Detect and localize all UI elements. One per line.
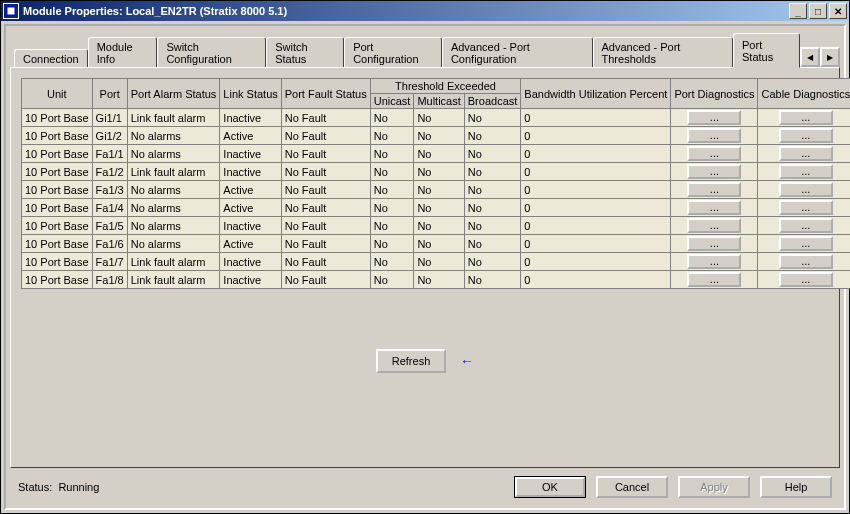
table-row: 10 Port BaseFa1/2Link fault alarmInactiv… bbox=[22, 163, 851, 181]
port-status-table: Unit Port Port Alarm Status Link Status … bbox=[21, 78, 850, 289]
tab-module-info[interactable]: Module Info bbox=[88, 37, 158, 68]
cable-diagnostics-button[interactable]: ... bbox=[779, 164, 833, 179]
port-diagnostics-button[interactable]: ... bbox=[687, 236, 741, 251]
close-button[interactable]: ✕ bbox=[829, 3, 847, 19]
footer: Status: Running OK Cancel Apply Help bbox=[10, 468, 840, 504]
port-diagnostics-button[interactable]: ... bbox=[687, 200, 741, 215]
port-diagnostics-button[interactable]: ... bbox=[687, 128, 741, 143]
refresh-row: Refresh ← bbox=[21, 349, 829, 373]
tab-advanced-port-configuration[interactable]: Advanced - Port Configuration bbox=[442, 37, 593, 68]
table-row: 10 Port BaseFa1/4No alarmsActiveNo Fault… bbox=[22, 199, 851, 217]
col-bandwidth: Bandwidth Utilization Percent bbox=[521, 79, 671, 109]
tab-scroll-right[interactable]: ▶ bbox=[820, 47, 840, 67]
port-diagnostics-button[interactable]: ... bbox=[687, 272, 741, 287]
table-row: 10 Port BaseFa1/3No alarmsActiveNo Fault… bbox=[22, 181, 851, 199]
port-diagnostics-button[interactable]: ... bbox=[687, 164, 741, 179]
col-port: Port bbox=[92, 79, 127, 109]
col-cable-diagnostics: Cable Diagnostics bbox=[758, 79, 850, 109]
tab-bar: ConnectionModule InfoSwitch Configuratio… bbox=[14, 32, 840, 67]
col-multicast: Multicast bbox=[414, 94, 464, 109]
tab-scroll-left[interactable]: ◀ bbox=[800, 47, 820, 67]
tab-switch-status[interactable]: Switch Status bbox=[266, 37, 344, 68]
app-icon bbox=[3, 3, 19, 19]
cable-diagnostics-button[interactable]: ... bbox=[779, 236, 833, 251]
cable-diagnostics-button[interactable]: ... bbox=[779, 182, 833, 197]
maximize-button[interactable]: □ bbox=[809, 3, 827, 19]
port-diagnostics-button[interactable]: ... bbox=[687, 218, 741, 233]
refresh-arrow-icon: ← bbox=[460, 353, 474, 369]
table-row: 10 Port BaseGi1/1Link fault alarmInactiv… bbox=[22, 109, 851, 127]
table-row: 10 Port BaseFa1/8Link fault alarmInactiv… bbox=[22, 271, 851, 289]
cable-diagnostics-button[interactable]: ... bbox=[779, 272, 833, 287]
tab-port-status[interactable]: Port Status bbox=[733, 33, 800, 68]
col-unit: Unit bbox=[22, 79, 93, 109]
table-row: 10 Port BaseFa1/6No alarmsActiveNo Fault… bbox=[22, 235, 851, 253]
table-row: 10 Port BaseFa1/5No alarmsInactiveNo Fau… bbox=[22, 217, 851, 235]
window-title: Module Properties: Local_EN2TR (Stratix … bbox=[23, 5, 789, 17]
refresh-button[interactable]: Refresh bbox=[376, 349, 446, 373]
cable-diagnostics-button[interactable]: ... bbox=[779, 200, 833, 215]
help-button[interactable]: Help bbox=[760, 476, 832, 498]
tab-port-configuration[interactable]: Port Configuration bbox=[344, 37, 442, 68]
col-threshold-exceeded: Threshold Exceeded bbox=[370, 79, 521, 94]
col-link-status: Link Status bbox=[220, 79, 281, 109]
apply-button: Apply bbox=[678, 476, 750, 498]
table-row: 10 Port BaseFa1/1No alarmsInactiveNo Fau… bbox=[22, 145, 851, 163]
ok-button[interactable]: OK bbox=[514, 476, 586, 498]
port-diagnostics-button[interactable]: ... bbox=[687, 110, 741, 125]
tab-page-port-status: Unit Port Port Alarm Status Link Status … bbox=[10, 67, 840, 468]
table-row: 10 Port BaseGi1/2No alarmsActiveNo Fault… bbox=[22, 127, 851, 145]
col-port-diagnostics: Port Diagnostics bbox=[671, 79, 758, 109]
minimize-button[interactable]: _ bbox=[789, 3, 807, 19]
tab-advanced-port-thresholds[interactable]: Advanced - Port Thresholds bbox=[593, 37, 734, 68]
svg-rect-0 bbox=[7, 7, 15, 15]
col-port-alarm: Port Alarm Status bbox=[127, 79, 220, 109]
cable-diagnostics-button[interactable]: ... bbox=[779, 128, 833, 143]
tab-switch-configuration[interactable]: Switch Configuration bbox=[157, 37, 266, 68]
window: Module Properties: Local_EN2TR (Stratix … bbox=[0, 0, 850, 514]
port-diagnostics-button[interactable]: ... bbox=[687, 182, 741, 197]
table-row: 10 Port BaseFa1/7Link fault alarmInactiv… bbox=[22, 253, 851, 271]
cable-diagnostics-button[interactable]: ... bbox=[779, 218, 833, 233]
cable-diagnostics-button[interactable]: ... bbox=[779, 146, 833, 161]
port-diagnostics-button[interactable]: ... bbox=[687, 146, 741, 161]
col-broadcast: Broadcast bbox=[464, 94, 521, 109]
port-diagnostics-button[interactable]: ... bbox=[687, 254, 741, 269]
tab-connection[interactable]: Connection bbox=[14, 49, 88, 68]
status-text: Status: Running bbox=[18, 481, 514, 493]
dialog-body: ConnectionModule InfoSwitch Configuratio… bbox=[4, 24, 846, 510]
title-bar: Module Properties: Local_EN2TR (Stratix … bbox=[1, 1, 849, 21]
cable-diagnostics-button[interactable]: ... bbox=[779, 254, 833, 269]
cable-diagnostics-button[interactable]: ... bbox=[779, 110, 833, 125]
col-port-fault: Port Fault Status bbox=[281, 79, 370, 109]
col-unicast: Unicast bbox=[370, 94, 414, 109]
cancel-button[interactable]: Cancel bbox=[596, 476, 668, 498]
